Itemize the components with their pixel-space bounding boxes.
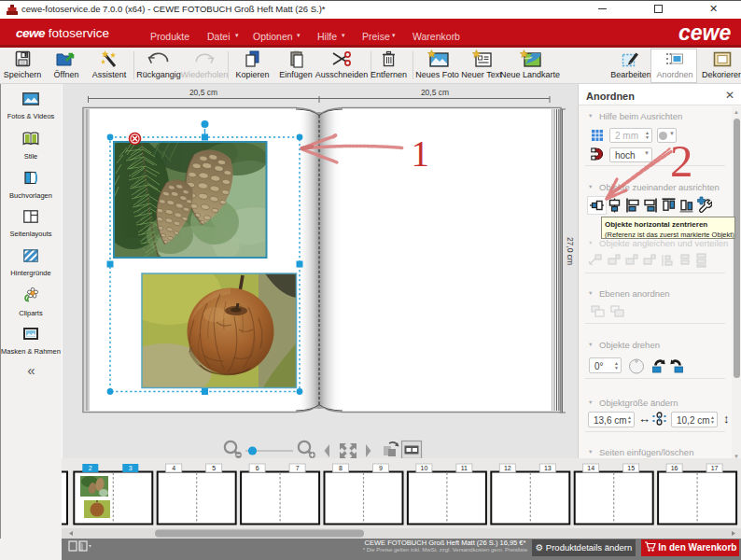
svg-text:14: 14 bbox=[587, 465, 594, 471]
svg-text:5: 5 bbox=[212, 465, 216, 471]
svg-text:6: 6 bbox=[256, 465, 259, 471]
svg-text:13: 13 bbox=[544, 465, 552, 471]
svg-text:27,0 cm: 27,0 cm bbox=[566, 237, 575, 265]
svg-text:2: 2 bbox=[89, 465, 92, 471]
svg-text:7: 7 bbox=[296, 465, 300, 471]
svg-text:11: 11 bbox=[461, 465, 468, 471]
svg-text:8: 8 bbox=[339, 465, 343, 471]
svg-text:16: 16 bbox=[671, 465, 678, 471]
svg-text:17: 17 bbox=[711, 465, 719, 471]
svg-text:4: 4 bbox=[172, 465, 175, 471]
svg-text:15: 15 bbox=[627, 465, 635, 471]
svg-text:20,5 cm: 20,5 cm bbox=[189, 88, 217, 97]
svg-text:9: 9 bbox=[379, 465, 383, 471]
svg-text:20,5 cm: 20,5 cm bbox=[421, 88, 449, 97]
svg-text:10: 10 bbox=[421, 465, 428, 471]
svg-text:3: 3 bbox=[129, 465, 133, 471]
svg-text:1: 1 bbox=[412, 133, 430, 174]
svg-text:12: 12 bbox=[504, 465, 511, 471]
